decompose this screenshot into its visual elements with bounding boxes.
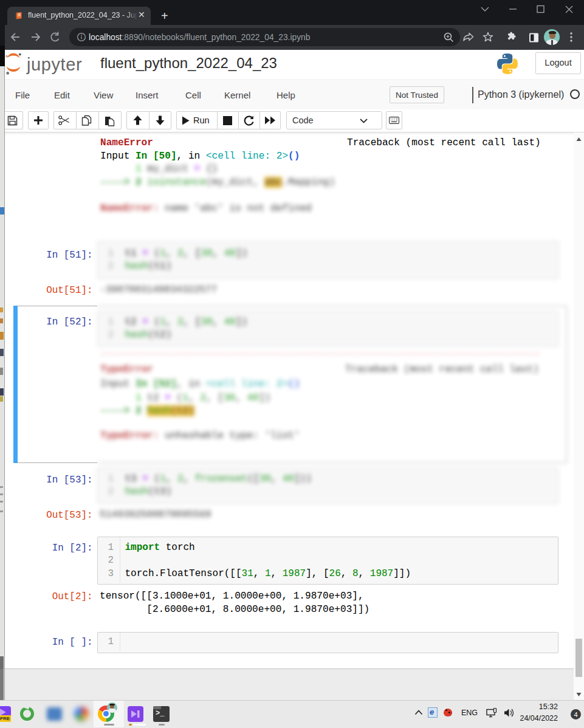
svg-text:jupyter: jupyter [26,55,82,74]
